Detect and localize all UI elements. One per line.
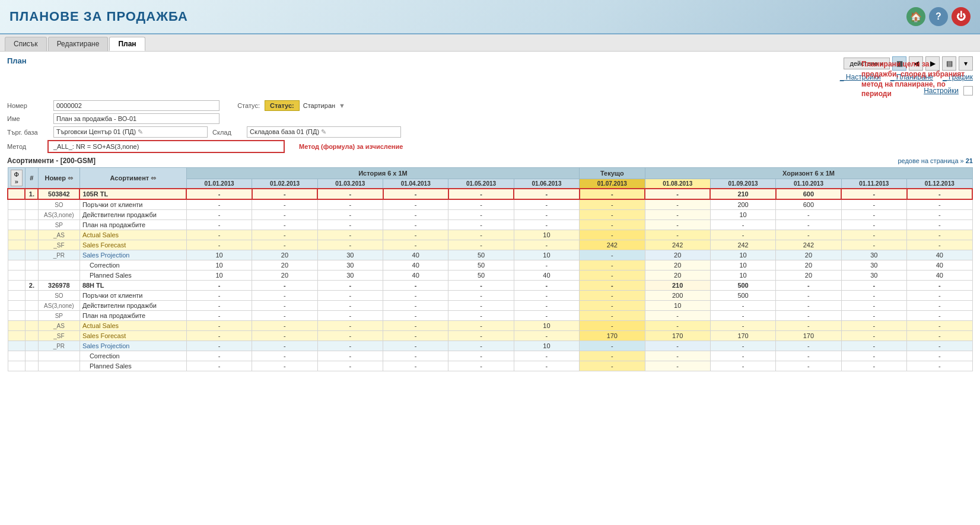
col-num-header: Номер ⇔ [38, 168, 79, 189]
date-col-2: 01.03.2013 [317, 179, 383, 189]
row-num: 1. [25, 189, 38, 199]
data-table: Ф » # Номер ⇔ Асортимент ⇔ История 6 х 1… [7, 167, 973, 371]
table-body: 1.503842105R TL--------210600--SOПоръчки… [8, 189, 972, 371]
sub-row-name: Действителни продажби [79, 210, 186, 220]
sub-row-name: Sales Forecast [79, 240, 186, 250]
table-row: SPПлан на продажбите------------ [8, 220, 972, 230]
row-num: 2. [25, 281, 38, 291]
tab-list[interactable]: Списък [5, 37, 47, 51]
date-col-5: 01.06.2013 [514, 179, 579, 189]
date-col-3: 01.04.2013 [383, 179, 448, 189]
sub-row-name: Actual Sales [79, 230, 186, 240]
table-row: Correction------------ [8, 351, 972, 361]
date-col-1: 01.02.2013 [252, 179, 317, 189]
sub-row-name: Actual Sales [79, 321, 186, 331]
item-name: 88H TL [79, 281, 186, 291]
item-name: 105R TL [79, 189, 186, 199]
status-field: Статус: Стартиран ▼ [265, 100, 973, 111]
header-icons: 🏠 ? ⏻ [906, 7, 971, 26]
sub-row-name: Поръчки от клиенти [79, 199, 186, 210]
tab-edit[interactable]: Редактиране [48, 37, 109, 51]
current-header: Текущо [580, 168, 645, 179]
app-header: ПЛАНОВЕ ЗА ПРОДАЖБА 🏠 ? ⏻ [0, 0, 980, 34]
rows-per-page: редове на страница » 21 [898, 157, 973, 164]
table-row: SPПлан на продажбите------------ [8, 311, 972, 321]
horizon-header: Хоризонт 6 х 1М [645, 168, 972, 179]
warehouse-value: Складова база 01 (ПД) ✎ [247, 126, 401, 138]
method-value: _ALL_: NR = SO+AS(3,none) [47, 140, 285, 153]
status-label-box: Статус: [265, 100, 300, 111]
date-col-8: 01.09.2013 [710, 179, 775, 189]
table-row: 1.503842105R TL--------210600-- [8, 189, 972, 199]
sub-row-name: Correction [79, 260, 186, 271]
table-row: _PRSales Projection-----10------ [8, 341, 972, 351]
tabs-bar: Списък Редактиране План [0, 34, 980, 52]
tab-plan[interactable]: План [109, 37, 145, 51]
col-f-header[interactable]: Ф » [8, 168, 25, 189]
name-label: Име [7, 115, 49, 122]
number-value: 0000002 [53, 100, 219, 111]
method-annotation: Метод (формула) за изчисление [299, 143, 403, 150]
sub-row-name: Действителни продажби [79, 301, 186, 311]
method-row: Метод _ALL_: NR = SO+AS(3,none) Метод (ф… [7, 140, 973, 153]
sub-row-name: Sales Projection [79, 250, 186, 260]
warehouse-label: Склад [212, 129, 242, 136]
assortment-header: Асортименти - [200-GSM] редове на страни… [7, 157, 973, 165]
status-value: Стартиран [303, 102, 335, 109]
sub-row-name: Correction [79, 351, 186, 361]
main-content: План действие » ▦ ◀ ▶ ▤ ▾ _ Настройки _ … [0, 52, 980, 376]
date-col-0: 01.01.2013 [186, 179, 252, 189]
table-row: _ASActual Sales-----10------ [8, 321, 972, 331]
sub-row-name: Planned Sales [79, 361, 186, 371]
date-col-10: 01.11.2013 [841, 179, 906, 189]
app-title: ПЛАНОВЕ ЗА ПРОДАЖБА [9, 9, 188, 24]
power-button[interactable]: ⏻ [952, 7, 971, 26]
table-row: AS(3,none)Действителни продажби-------10… [8, 301, 972, 311]
sub-row-name: План на продажбите [79, 220, 186, 230]
date-col-9: 01.10.2013 [776, 179, 841, 189]
home-button[interactable]: 🏠 [906, 7, 925, 26]
item-number: 503842 [38, 189, 79, 199]
table-row: SOПоръчки от клиенти--------200600-- [8, 199, 972, 210]
planned-annotation: Планирани цели за продажби, според избра… [861, 59, 968, 99]
trade-base-value: Търговски Център 01 (ПД) ✎ [53, 126, 208, 138]
date-col-4: 01.05.2013 [448, 179, 514, 189]
table-row: Correction1020304050--2010203040 [8, 260, 972, 271]
sub-row-name: Planned Sales [79, 271, 186, 281]
date-col-7: 01.08.2013 [645, 179, 710, 189]
trade-base-label: Търг. база [7, 129, 49, 136]
date-col-11: 01.12.2013 [907, 179, 973, 189]
table-row: AS(3,none)Действителни продажби--------1… [8, 210, 972, 220]
name-value: План за продажба - ВО-01 [53, 113, 219, 124]
col-assortment-header: Асортимент ⇔ [79, 168, 186, 189]
sub-row-name: План на продажбите [79, 311, 186, 321]
table-row: SOПоръчки от клиенти-------200500--- [8, 291, 972, 301]
number-label: Номер [7, 102, 49, 109]
sub-row-name: Поръчки от клиенти [79, 291, 186, 301]
history-header: История 6 х 1М [186, 168, 579, 179]
sub-row-name: Sales Projection [79, 341, 186, 351]
col-hash-header: # [25, 168, 38, 189]
table-row: Planned Sales102030405040-2010203040 [8, 271, 972, 281]
table-row: 2.32697888H TL-------210500--- [8, 281, 972, 291]
table-row: Planned Sales------------ [8, 361, 972, 371]
table-row: _PRSales Projection102030405010-20102030… [8, 250, 972, 260]
help-button[interactable]: ? [929, 7, 948, 26]
assortment-title: Асортименти - [200-GSM] [7, 157, 96, 165]
table-row: _SFSales Forecast------170170170170-- [8, 331, 972, 341]
status-label: Статус: [224, 102, 260, 109]
table-row: _SFSales Forecast------242242242242-- [8, 240, 972, 250]
table-row: _ASActual Sales-----10------ [8, 230, 972, 240]
section-header: План [7, 56, 27, 65]
f-button[interactable]: Ф » [11, 170, 23, 186]
sub-row-name: Sales Forecast [79, 331, 186, 341]
item-number: 326978 [38, 281, 79, 291]
method-label: Метод [7, 143, 43, 150]
date-col-6: 01.07.2013 [580, 179, 645, 189]
